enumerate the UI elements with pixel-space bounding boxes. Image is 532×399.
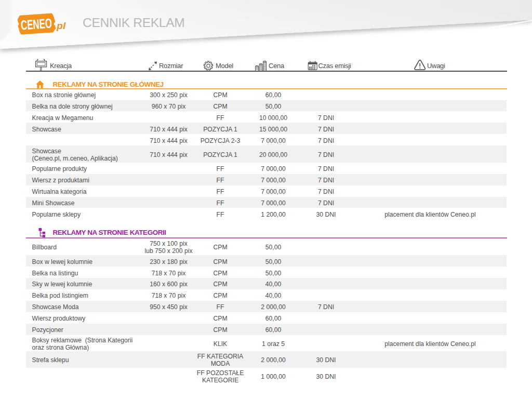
svg-text:.pl: .pl	[54, 20, 66, 31]
svg-text:CENEO: CENEO	[20, 15, 52, 33]
